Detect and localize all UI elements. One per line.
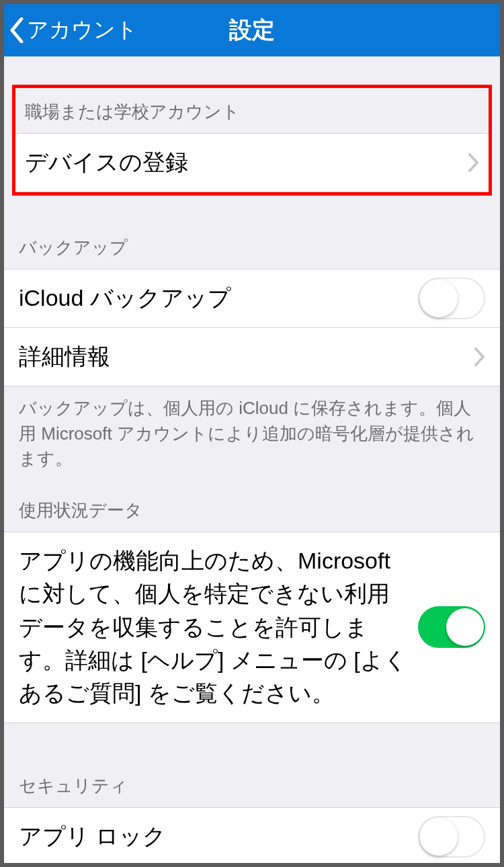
work-school-highlight: 職場または学校アカウント デバイスの登録 (12, 85, 492, 196)
backup-details-label: 詳細情報 (19, 341, 474, 372)
chevron-right-icon (474, 347, 485, 366)
backup-details-cell[interactable]: 詳細情報 (4, 327, 500, 386)
icloud-backup-label: iCloud バックアップ (19, 283, 418, 314)
chevron-right-icon (468, 153, 479, 172)
app-lock-cell[interactable]: アプリ ロック (4, 807, 500, 863)
device-registration-cell[interactable]: デバイスの登録 (15, 133, 489, 192)
security-header: セキュリティ (4, 755, 500, 807)
usage-data-cell[interactable]: アプリの機能向上のため、Microsoft に対して、個人を特定できない利用デー… (4, 532, 500, 722)
app-lock-toggle[interactable] (418, 816, 485, 858)
backup-footer: バックアップは、個人用の iCloud に保存されます。個人用 Microsof… (4, 386, 500, 472)
backup-header: バックアップ (4, 196, 500, 269)
icloud-backup-toggle[interactable] (418, 278, 485, 319)
device-registration-label: デバイスの登録 (25, 147, 468, 178)
usage-data-toggle[interactable] (418, 606, 485, 648)
work-school-header: 職場または学校アカウント (15, 88, 489, 133)
chevron-left-icon (9, 17, 24, 43)
back-button[interactable]: アカウント (4, 15, 138, 45)
app-lock-label: アプリ ロック (19, 821, 418, 852)
usage-header: 使用状況データ (4, 472, 500, 532)
icloud-backup-cell[interactable]: iCloud バックアップ (4, 269, 500, 328)
navbar: アカウント 設定 (4, 4, 500, 56)
back-label: アカウント (27, 15, 138, 45)
usage-data-description: アプリの機能向上のため、Microsoft に対して、個人を特定できない利用デー… (19, 544, 418, 710)
